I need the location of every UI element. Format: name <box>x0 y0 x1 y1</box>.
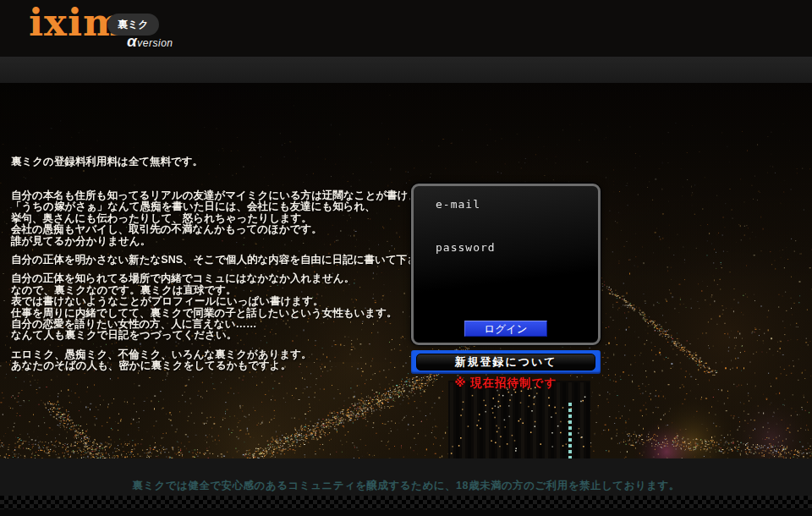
password-input[interactable] <box>434 255 581 272</box>
age-restriction-notice: 裏ミクでは健全で安心感のあるコミュニティを醸成するために、18歳未満の方のご利用… <box>0 479 812 493</box>
password-label: password <box>436 241 496 254</box>
body-copy: 自分の本名も住所も知ってるリアルの友達がマイミクにいる方は迂闊なことが書けません… <box>11 190 451 380</box>
signup-button[interactable]: 新規登録について <box>411 350 601 374</box>
paragraph: 自分の正体を知られてる場所で内緒でコミュにはなかなか入れません。 なので、裏ミク… <box>11 273 451 341</box>
checker-pattern-strip <box>0 496 812 509</box>
body-text-line: 自分の正体を知られてる場所で内緒でコミュにはなかなか入れません。 <box>11 273 451 284</box>
body-text-line: 自分の正体を明かさない新たなSNS、そこで個人的な内容を自由に日記に書いて下さい… <box>11 255 451 266</box>
body-text-line: 「うちの嫁がさぁ」なんて愚痴を書いた日には、会社にも友達にも知られ、 <box>11 201 451 212</box>
body-text-line: なんて人も裏ミクで日記をつづってください。 <box>11 330 451 341</box>
login-button[interactable]: ログイン <box>464 321 547 337</box>
login-panel: e-mail password ログイン <box>411 184 601 345</box>
body-text-line: 表では書けないようなことがプロフィールにいっぱい書けます。 <box>11 296 451 307</box>
body-text-line: 誰が見てるか分かりません。 <box>11 236 451 247</box>
paragraph: 自分の本名も住所も知ってるリアルの友達がマイミクにいる方は迂闊なことが書けません… <box>11 190 451 247</box>
invite-only-notice: ※ 現在招待制です <box>411 376 601 391</box>
paragraph: エロミク、愚痴ミク、不倫ミク、いろんな裏ミクがあります。 あなたのそばの人も、密… <box>11 349 451 372</box>
body-text-line: あなたのそばの人も、密かに裏ミクをしてるかもですよ。 <box>11 360 451 371</box>
page: ixim 裏ミク αversion 裏ミクの登録料利用料は全て無料です。 自分の… <box>0 0 812 516</box>
free-notice-text: 裏ミクの登録料利用料は全て無料です。 <box>11 155 451 169</box>
signup-button-label: 新規登録について <box>416 354 595 371</box>
footer-bottom-strip <box>0 509 812 516</box>
header-bar: ixim 裏ミク αversion <box>0 0 812 57</box>
version-label: αversion <box>127 32 173 51</box>
email-label: e-mail <box>436 198 480 211</box>
body-text-line: 会社の愚痴もヤバイし、取引先の不満なんかもってのほかです。 <box>11 224 451 235</box>
paragraph: 自分の正体を明かさない新たなSNS、そこで個人的な内容を自由に日記に書いて下さい… <box>11 255 451 266</box>
footer-bar: 裏ミクでは健全で安心感のあるコミュニティを醸成するために、18歳未満の方のご利用… <box>0 458 812 516</box>
email-input[interactable] <box>434 212 581 229</box>
nav-bar <box>0 57 812 84</box>
